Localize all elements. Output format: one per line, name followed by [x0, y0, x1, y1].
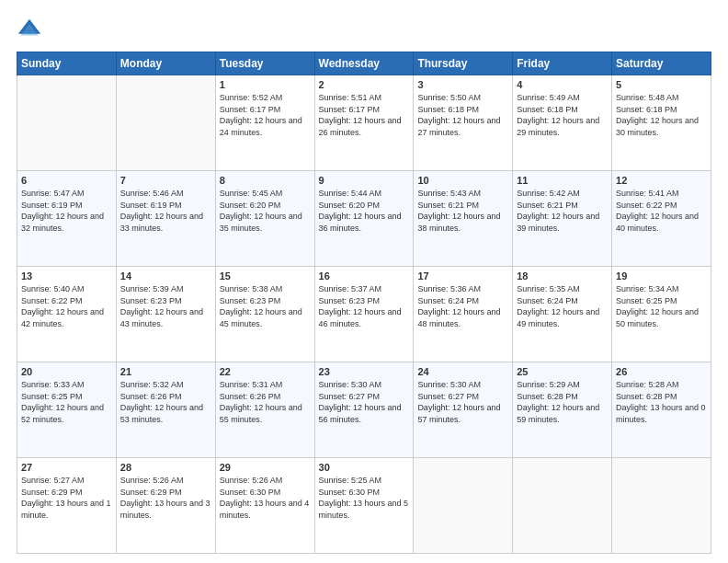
day-info: Sunrise: 5:39 AMSunset: 6:23 PMDaylight:… — [120, 283, 211, 329]
header — [17, 17, 711, 42]
day-header-monday: Monday — [116, 52, 215, 75]
day-number: 10 — [417, 175, 508, 186]
day-info: Sunrise: 5:47 AMSunset: 6:19 PMDaylight:… — [21, 188, 112, 234]
day-number: 28 — [120, 462, 211, 473]
day-info: Sunrise: 5:49 AMSunset: 6:18 PMDaylight:… — [517, 92, 608, 138]
day-info: Sunrise: 5:36 AMSunset: 6:24 PMDaylight:… — [417, 283, 508, 329]
day-number: 23 — [319, 366, 410, 377]
day-header-saturday: Saturday — [612, 52, 711, 75]
week-row-5: 27Sunrise: 5:27 AMSunset: 6:29 PMDayligh… — [17, 458, 711, 554]
day-cell: 28Sunrise: 5:26 AMSunset: 6:29 PMDayligh… — [116, 458, 215, 554]
day-info: Sunrise: 5:40 AMSunset: 6:22 PMDaylight:… — [21, 283, 112, 329]
day-cell: 14Sunrise: 5:39 AMSunset: 6:23 PMDayligh… — [116, 267, 215, 362]
day-info: Sunrise: 5:30 AMSunset: 6:27 PMDaylight:… — [319, 379, 410, 425]
page: SundayMondayTuesdayWednesdayThursdayFrid… — [0, 0, 728, 563]
calendar-header-row: SundayMondayTuesdayWednesdayThursdayFrid… — [17, 52, 711, 75]
day-cell: 7Sunrise: 5:46 AMSunset: 6:19 PMDaylight… — [116, 171, 215, 267]
day-info: Sunrise: 5:43 AMSunset: 6:21 PMDaylight:… — [417, 188, 508, 234]
day-number: 24 — [417, 366, 508, 377]
day-cell: 25Sunrise: 5:29 AMSunset: 6:28 PMDayligh… — [513, 362, 612, 458]
day-header-tuesday: Tuesday — [215, 52, 314, 75]
day-info: Sunrise: 5:26 AMSunset: 6:29 PMDaylight:… — [120, 475, 211, 521]
day-number: 27 — [21, 462, 112, 473]
day-info: Sunrise: 5:30 AMSunset: 6:27 PMDaylight:… — [417, 379, 508, 425]
day-cell: 24Sunrise: 5:30 AMSunset: 6:27 PMDayligh… — [414, 362, 513, 458]
week-row-1: 1Sunrise: 5:52 AMSunset: 6:17 PMDaylight… — [17, 75, 711, 171]
day-number: 3 — [417, 79, 508, 90]
day-info: Sunrise: 5:37 AMSunset: 6:23 PMDaylight:… — [319, 283, 410, 329]
day-cell: 8Sunrise: 5:45 AMSunset: 6:20 PMDaylight… — [215, 171, 314, 267]
day-cell — [513, 458, 612, 554]
day-info: Sunrise: 5:51 AMSunset: 6:17 PMDaylight:… — [319, 92, 410, 138]
day-cell: 21Sunrise: 5:32 AMSunset: 6:26 PMDayligh… — [116, 362, 215, 458]
day-number: 16 — [319, 270, 410, 282]
day-cell: 15Sunrise: 5:38 AMSunset: 6:23 PMDayligh… — [215, 267, 314, 362]
day-cell: 30Sunrise: 5:25 AMSunset: 6:30 PMDayligh… — [314, 458, 414, 554]
day-cell: 2Sunrise: 5:51 AMSunset: 6:17 PMDaylight… — [314, 75, 414, 171]
day-number: 17 — [417, 270, 508, 282]
day-cell: 12Sunrise: 5:41 AMSunset: 6:22 PMDayligh… — [612, 171, 711, 267]
day-info: Sunrise: 5:32 AMSunset: 6:26 PMDaylight:… — [120, 379, 211, 425]
day-cell — [116, 75, 215, 171]
day-cell — [414, 458, 513, 554]
day-number: 7 — [120, 175, 211, 186]
day-info: Sunrise: 5:44 AMSunset: 6:20 PMDaylight:… — [319, 188, 410, 234]
day-info: Sunrise: 5:34 AMSunset: 6:25 PMDaylight:… — [616, 283, 707, 329]
day-cell: 26Sunrise: 5:28 AMSunset: 6:28 PMDayligh… — [612, 362, 711, 458]
day-number: 21 — [120, 366, 211, 377]
day-cell: 17Sunrise: 5:36 AMSunset: 6:24 PMDayligh… — [414, 267, 513, 362]
day-cell: 27Sunrise: 5:27 AMSunset: 6:29 PMDayligh… — [17, 458, 117, 554]
week-row-3: 13Sunrise: 5:40 AMSunset: 6:22 PMDayligh… — [17, 267, 711, 362]
day-number: 9 — [319, 175, 410, 186]
day-cell: 6Sunrise: 5:47 AMSunset: 6:19 PMDaylight… — [17, 171, 117, 267]
day-info: Sunrise: 5:28 AMSunset: 6:28 PMDaylight:… — [616, 379, 707, 425]
day-number: 29 — [220, 462, 311, 473]
day-header-wednesday: Wednesday — [314, 52, 414, 75]
calendar-table: SundayMondayTuesdayWednesdayThursdayFrid… — [17, 52, 711, 554]
day-info: Sunrise: 5:46 AMSunset: 6:19 PMDaylight:… — [120, 188, 211, 234]
logo-icon — [17, 17, 42, 42]
day-number: 15 — [220, 270, 311, 282]
day-number: 20 — [21, 366, 112, 377]
week-row-2: 6Sunrise: 5:47 AMSunset: 6:19 PMDaylight… — [17, 171, 711, 267]
day-header-thursday: Thursday — [414, 52, 513, 75]
day-number: 19 — [616, 270, 707, 282]
day-info: Sunrise: 5:42 AMSunset: 6:21 PMDaylight:… — [517, 188, 608, 234]
day-info: Sunrise: 5:41 AMSunset: 6:22 PMDaylight:… — [616, 188, 707, 234]
logo — [17, 17, 46, 42]
day-number: 18 — [517, 270, 608, 282]
day-header-friday: Friday — [513, 52, 612, 75]
day-info: Sunrise: 5:38 AMSunset: 6:23 PMDaylight:… — [220, 283, 311, 329]
day-number: 5 — [616, 79, 707, 90]
day-cell: 18Sunrise: 5:35 AMSunset: 6:24 PMDayligh… — [513, 267, 612, 362]
day-number: 11 — [517, 175, 608, 186]
day-number: 30 — [319, 462, 410, 473]
day-info: Sunrise: 5:29 AMSunset: 6:28 PMDaylight:… — [517, 379, 608, 425]
week-row-4: 20Sunrise: 5:33 AMSunset: 6:25 PMDayligh… — [17, 362, 711, 458]
day-cell: 22Sunrise: 5:31 AMSunset: 6:26 PMDayligh… — [215, 362, 314, 458]
day-info: Sunrise: 5:50 AMSunset: 6:18 PMDaylight:… — [417, 92, 508, 138]
day-cell — [612, 458, 711, 554]
day-cell: 20Sunrise: 5:33 AMSunset: 6:25 PMDayligh… — [17, 362, 117, 458]
day-info: Sunrise: 5:35 AMSunset: 6:24 PMDaylight:… — [517, 283, 608, 329]
day-number: 22 — [220, 366, 311, 377]
day-cell: 23Sunrise: 5:30 AMSunset: 6:27 PMDayligh… — [314, 362, 414, 458]
day-cell: 13Sunrise: 5:40 AMSunset: 6:22 PMDayligh… — [17, 267, 117, 362]
day-cell: 9Sunrise: 5:44 AMSunset: 6:20 PMDaylight… — [314, 171, 414, 267]
day-cell — [17, 75, 117, 171]
day-cell: 16Sunrise: 5:37 AMSunset: 6:23 PMDayligh… — [314, 267, 414, 362]
day-cell: 4Sunrise: 5:49 AMSunset: 6:18 PMDaylight… — [513, 75, 612, 171]
day-info: Sunrise: 5:27 AMSunset: 6:29 PMDaylight:… — [21, 475, 112, 521]
day-cell: 5Sunrise: 5:48 AMSunset: 6:18 PMDaylight… — [612, 75, 711, 171]
day-header-sunday: Sunday — [17, 52, 117, 75]
day-cell: 1Sunrise: 5:52 AMSunset: 6:17 PMDaylight… — [215, 75, 314, 171]
day-info: Sunrise: 5:48 AMSunset: 6:18 PMDaylight:… — [616, 92, 707, 138]
day-info: Sunrise: 5:45 AMSunset: 6:20 PMDaylight:… — [220, 188, 311, 234]
day-number: 26 — [616, 366, 707, 377]
day-info: Sunrise: 5:33 AMSunset: 6:25 PMDaylight:… — [21, 379, 112, 425]
day-number: 1 — [220, 79, 311, 90]
day-info: Sunrise: 5:25 AMSunset: 6:30 PMDaylight:… — [319, 475, 410, 521]
day-cell: 19Sunrise: 5:34 AMSunset: 6:25 PMDayligh… — [612, 267, 711, 362]
day-number: 12 — [616, 175, 707, 186]
day-info: Sunrise: 5:52 AMSunset: 6:17 PMDaylight:… — [220, 92, 311, 138]
